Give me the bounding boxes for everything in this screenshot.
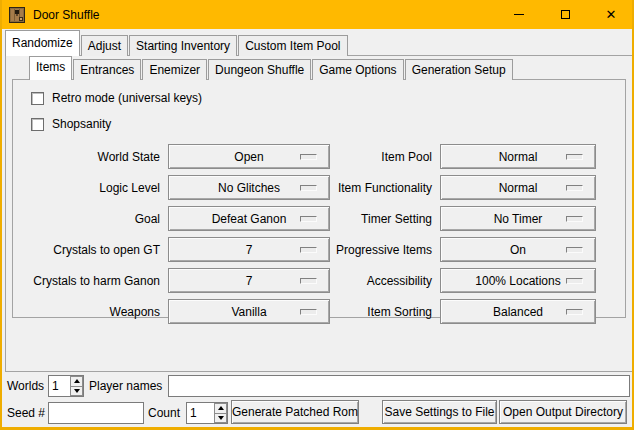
options-row-3: Goal Defeat Ganon Timer Setting No Timer [13,203,625,234]
tab-generation-setup[interactable]: Generation Setup [405,59,513,80]
spin-up-icon [218,406,224,410]
item-functionality-dropdown[interactable]: Normal [440,175,596,200]
dropdown-indicator-icon [300,216,317,222]
dropdown-indicator-icon [300,309,317,315]
dropdown-indicator-icon [300,185,317,191]
goal-label: Goal [13,212,168,226]
logic-level-label: Logic Level [13,181,168,195]
close-button[interactable]: ✕ [588,0,634,29]
world-state-label: World State [13,150,168,164]
item-sorting-dropdown[interactable]: Balanced [440,299,596,324]
tab-game-options[interactable]: Game Options [312,59,403,80]
dropdown-indicator-icon [566,278,583,284]
item-sorting-value: Balanced [493,305,543,319]
tab-enemizer[interactable]: Enemizer [142,59,207,80]
close-icon: ✕ [606,8,617,21]
tab-custom-item-pool[interactable]: Custom Item Pool [238,35,347,56]
dropdown-indicator-icon [566,309,583,315]
spin-up-icon [74,379,80,383]
tab-randomize[interactable]: Randomize [5,30,80,56]
save-settings-button[interactable]: Save Settings to File [382,400,497,424]
count-spin-down-button[interactable] [214,414,227,424]
item-pool-dropdown[interactable]: Normal [440,144,596,169]
shopsanity-row: Shopsanity [31,111,625,137]
maximize-button[interactable] [542,0,588,29]
options-row-1: World State Open Item Pool Normal [13,141,625,172]
worlds-spin-up-button[interactable] [70,376,83,387]
item-functionality-value: Normal [499,181,538,195]
crystals-open-gt-label: Crystals to open GT [13,243,168,257]
accessibility-label: Accessibility [330,274,440,288]
count-input[interactable] [187,403,214,423]
dropdown-indicator-icon [566,216,583,222]
tab-adjust[interactable]: Adjust [81,35,128,56]
main-tabbar: Randomize Adjust Starting Inventory Cust… [5,30,349,56]
window-title: Door Shuffle [33,8,100,22]
sub-tabbar: Items Entrances Enemizer Dungeon Shuffle… [29,56,514,80]
crystals-harm-ganon-dropdown[interactable]: 7 [168,268,330,293]
crystals-harm-ganon-label: Crystals to harm Ganon [13,274,168,288]
shopsanity-label: Shopsanity [52,117,111,131]
count-label: Count [148,402,180,424]
weapons-value: Vanilla [231,305,266,319]
world-state-dropdown[interactable]: Open [168,144,330,169]
items-tab-frame: Retro mode (universal keys) Shopsanity W… [12,79,626,318]
tab-entrances[interactable]: Entrances [73,59,141,80]
timer-setting-label: Timer Setting [330,212,440,226]
dropdown-indicator-icon [566,154,583,160]
accessibility-value: 100% Locations [475,274,560,288]
options-grid: World State Open Item Pool Normal Logic … [13,141,625,327]
options-row-2: Logic Level No Glitches Item Functionali… [13,172,625,203]
minimize-icon [514,14,524,15]
player-names-input[interactable] [168,375,630,397]
count-spinbox [186,402,228,424]
item-pool-value: Normal [499,150,538,164]
app-door-icon [9,7,25,23]
timer-setting-value: No Timer [494,212,543,226]
minimize-button[interactable] [496,0,542,29]
crystals-open-gt-dropdown[interactable]: 7 [168,237,330,262]
timer-setting-dropdown[interactable]: No Timer [440,206,596,231]
dropdown-indicator-icon [566,185,583,191]
crystals-open-gt-value: 7 [246,243,253,257]
options-row-4: Crystals to open GT 7 Progressive Items … [13,234,625,265]
progressive-items-dropdown[interactable]: On [440,237,596,262]
weapons-dropdown[interactable]: Vanilla [168,299,330,324]
seed-input[interactable] [48,402,144,424]
logic-level-value: No Glitches [218,181,280,195]
tab-items[interactable]: Items [29,56,72,80]
dropdown-indicator-icon [300,154,317,160]
worlds-spin-buttons [70,376,83,396]
weapons-label: Weapons [13,305,168,319]
item-pool-label: Item Pool [330,150,440,164]
titlebar: Door Shuffle ✕ [0,0,634,29]
goal-dropdown[interactable]: Defeat Ganon [168,206,330,231]
player-names-label: Player names [89,375,162,397]
logic-level-dropdown[interactable]: No Glitches [168,175,330,200]
item-functionality-label: Item Functionality [330,181,440,195]
window-controls: ✕ [496,0,634,29]
item-sorting-label: Item Sorting [330,305,440,319]
count-spin-up-button[interactable] [214,403,227,414]
retro-mode-checkbox[interactable] [31,92,44,105]
goal-value: Defeat Ganon [212,212,287,226]
options-row-6: Weapons Vanilla Item Sorting Balanced [13,296,625,327]
dropdown-indicator-icon [566,247,583,253]
worlds-input[interactable] [49,376,70,396]
crystals-harm-ganon-value: 7 [246,274,253,288]
shopsanity-checkbox[interactable] [31,118,44,131]
options-row-5: Crystals to harm Ganon 7 Accessibility 1… [13,265,625,296]
seed-label: Seed # [7,402,45,424]
worlds-spinbox [48,375,84,397]
tab-starting-inventory[interactable]: Starting Inventory [129,35,237,56]
tab-dungeon-shuffle[interactable]: Dungeon Shuffle [208,59,311,80]
maximize-icon [561,10,570,19]
accessibility-dropdown[interactable]: 100% Locations [440,268,596,293]
worlds-label: Worlds [7,375,44,397]
open-output-directory-button[interactable]: Open Output Directory [499,400,627,424]
worlds-spin-down-button[interactable] [70,387,83,397]
dropdown-indicator-icon [300,278,317,284]
progressive-items-value: On [510,243,526,257]
generate-patched-rom-button[interactable]: Generate Patched Rom [231,400,359,424]
retro-mode-row: Retro mode (universal keys) [31,85,625,111]
